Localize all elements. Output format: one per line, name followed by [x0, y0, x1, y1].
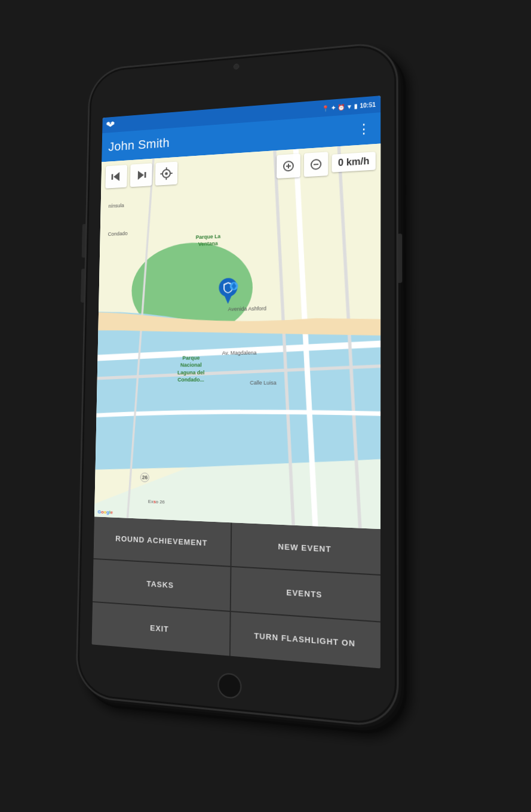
- status-bar-left: [106, 121, 115, 129]
- turn-flashlight-on-button[interactable]: TURN FLASHLIGHT ON: [231, 612, 380, 668]
- time-display: 10:51: [360, 101, 376, 109]
- svg-marker-14: [138, 171, 144, 180]
- map-marker: [216, 275, 241, 307]
- volume-up-button[interactable]: [82, 224, 86, 257]
- round-achievement-button[interactable]: ROUND ACHIEVEMENT: [94, 516, 231, 566]
- tasks-button[interactable]: TASKS: [93, 559, 230, 611]
- more-options-button[interactable]: ⋮: [355, 118, 373, 140]
- location-icon: 📍: [321, 104, 329, 112]
- map-svg: 26: [94, 144, 380, 530]
- scene: 📍 ✦ ⏰ ▼ ▮ 10:51 John Smith ⋮: [0, 0, 531, 812]
- status-bar-right: 📍 ✦ ⏰ ▼ ▮ 10:51: [321, 101, 376, 112]
- home-button[interactable]: [217, 672, 241, 699]
- front-camera: [234, 63, 240, 69]
- battery-icon: ▮: [354, 103, 358, 109]
- signal-icon: ▼: [346, 103, 352, 110]
- svg-point-17: [165, 172, 168, 175]
- new-event-button[interactable]: NEW EVENT: [232, 522, 380, 574]
- svg-marker-28: [223, 293, 233, 304]
- zoom-in-button[interactable]: [277, 153, 300, 179]
- power-button[interactable]: [398, 233, 403, 283]
- road-eso-label: Exso 26: [148, 499, 165, 505]
- svg-marker-13: [113, 172, 119, 182]
- speed-display: 0 km/h: [332, 152, 376, 173]
- alarm-icon: ⏰: [337, 103, 344, 110]
- svg-rect-12: [112, 174, 113, 180]
- button-grid: ROUND ACHIEVEMENT NEW EVENT TASKS EVENTS…: [92, 516, 380, 668]
- app-title: John Smith: [108, 136, 170, 155]
- svg-rect-15: [145, 172, 146, 178]
- locate-button[interactable]: [155, 162, 178, 186]
- dropbox-icon: [106, 121, 115, 129]
- zoom-out-button[interactable]: [304, 152, 329, 177]
- prev-button[interactable]: [105, 165, 127, 189]
- map-container[interactable]: 26: [94, 144, 380, 530]
- phone-screen: 📍 ✦ ⏰ ▼ ▮ 10:51 John Smith ⋮: [92, 96, 381, 668]
- bluetooth-icon: ✦: [330, 104, 335, 112]
- next-button[interactable]: [130, 163, 152, 187]
- phone-shell: 📍 ✦ ⏰ ▼ ▮ 10:51 John Smith ⋮: [75, 41, 399, 729]
- google-logo: Google: [98, 509, 113, 515]
- volume-down-button[interactable]: [81, 269, 85, 303]
- exit-button[interactable]: EXIT: [92, 602, 230, 656]
